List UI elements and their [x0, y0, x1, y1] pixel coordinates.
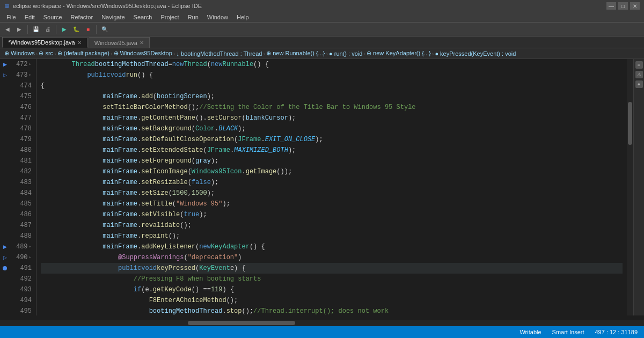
menu-file[interactable]: File [2, 13, 20, 21]
menu-window[interactable]: Window [203, 13, 232, 21]
right-panel-icon1[interactable]: ≡ [635, 61, 643, 69]
linenum-486: 486 [10, 209, 32, 220]
code-line-481: mainFrame . setForeground ( gray ); [41, 156, 623, 166]
code-line-487: mainFrame . revalidate (); [41, 220, 623, 231]
code-line-485: mainFrame . setTitle ( "Windows 95" ); [41, 199, 623, 209]
title-text: eclipse workspace - Windows/src/Windows9… [13, 3, 202, 9]
annot-472: ▶ [0, 59, 10, 70]
toolbar-back[interactable]: ◀ [2, 24, 13, 35]
annot-492 [0, 274, 10, 284]
maximize-button[interactable]: □ [618, 2, 628, 10]
menu-help[interactable]: Help [232, 13, 253, 21]
linenum-475: 475 [10, 91, 32, 102]
code-line-492: //Pressing F8 when booting starts [41, 274, 623, 284]
main-editor: ▶ ▷ ▶ ▷ 472▸ 473▸ 474 475 476 477 478 47… [0, 59, 644, 315]
toolbar-print[interactable]: 🖨 [42, 24, 53, 35]
menu-search[interactable]: Search [129, 13, 157, 21]
code-editor[interactable]: Thread bootingMethodThread = new Thread … [36, 59, 627, 315]
annot-494 [0, 295, 10, 306]
status-bar: Writable Smart Insert 497 : 12 : 31189 [0, 326, 644, 338]
toolbar-fwd[interactable]: ▶ [14, 24, 25, 35]
menu-project[interactable]: Project [156, 13, 183, 21]
toolbar-search[interactable]: 🔍 [99, 24, 110, 35]
bc-runnable[interactable]: ⊕ new Runnable() {...} [266, 50, 325, 57]
bc-keypressed[interactable]: ● keyPressed(KeyEvent) : void [435, 50, 516, 57]
code-line-484: mainFrame . setSize ( 1500 , 1500 ); [41, 188, 623, 199]
code-line-474: { [41, 80, 623, 91]
linenum-492: 492 [10, 274, 32, 284]
minimize-button[interactable]: — [606, 2, 616, 10]
toolbar-run[interactable]: ▶ [59, 24, 70, 35]
status-smart-insert: Smart Insert [552, 329, 584, 335]
tab-close[interactable]: ✕ [140, 40, 144, 46]
bc-pkg[interactable]: ⊕ (default package) [57, 50, 109, 57]
menu-bar: File Edit Source Refactor Navigate Searc… [0, 12, 644, 23]
code-line-478: mainFrame . setBackground ( Color . BLAC… [41, 123, 623, 134]
toolbar-save[interactable]: 💾 [31, 24, 41, 35]
toolbar-debug[interactable]: 🐛 [71, 24, 82, 35]
code-line-495: bootingMethodThread . stop (); //Thread.… [41, 306, 623, 315]
annot-487 [0, 220, 10, 231]
linenum-476: 476 [10, 102, 32, 113]
right-panel: ≡ ⚠ ● [633, 59, 644, 315]
bc-run[interactable]: ● run() : void [329, 50, 362, 57]
linenum-478: 478 [10, 123, 32, 134]
status-position: 497 : 12 : 31189 [595, 329, 638, 335]
annot-488 [0, 231, 10, 241]
line-number-gutter: 472▸ 473▸ 474 475 476 477 478 479 480 48… [10, 59, 36, 315]
tab-windows95[interactable]: Windows95.java ✕ [89, 37, 150, 48]
toolbar-stop[interactable]: ■ [83, 24, 93, 35]
linenum-479: 479 [10, 134, 32, 145]
linenum-484: 484 [10, 188, 32, 199]
menu-edit[interactable]: Edit [20, 13, 39, 21]
bc-src[interactable]: ⊕ src [39, 50, 53, 57]
horizontal-scrollbar[interactable] [0, 320, 644, 326]
menu-source[interactable]: Source [39, 13, 67, 21]
menu-navigate[interactable]: Navigate [97, 13, 129, 21]
status-writable: Writable [519, 329, 541, 335]
code-line-491: public void keyPressed ( KeyEvent e) { [41, 263, 623, 274]
annot-491 [0, 263, 10, 274]
annot-495 [0, 306, 10, 317]
linenum-472: 472▸ [10, 59, 32, 70]
linenum-489: 489▸ [10, 241, 32, 252]
bc-thread[interactable]: ↓ bootingMethodThread : Thread [176, 50, 262, 57]
code-line-475: mainFrame . add ( bootingScreen ); [41, 91, 623, 102]
linenum-482: 482 [10, 166, 32, 177]
toolbar-sep2 [56, 25, 56, 34]
right-panel-icon3[interactable]: ● [635, 80, 643, 88]
bc-class[interactable]: ⊕ Windows95Desktop [114, 50, 172, 57]
annot-479 [0, 134, 10, 145]
scroll-thumb-v[interactable] [628, 102, 632, 145]
annot-489: ▶ [0, 241, 10, 252]
code-line-488: mainFrame . repaint (); [41, 231, 623, 241]
title-bar-controls: — □ ✕ [606, 2, 640, 10]
annot-474 [0, 80, 10, 91]
annot-486 [0, 209, 10, 220]
vertical-scrollbar[interactable] [627, 59, 633, 315]
annot-493 [0, 284, 10, 295]
menu-refactor[interactable]: Refactor [67, 13, 98, 21]
code-line-479: mainFrame . setDefaultCloseOperation ( J… [41, 134, 623, 145]
right-panel-icon2[interactable]: ⚠ [635, 71, 643, 78]
code-line-473: public void run () { [41, 70, 623, 80]
tabs-bar: *Windows95Desktop.java ✕ Windows95.java … [0, 36, 644, 48]
code-line-477: mainFrame . getContentPane (). setCursor… [41, 113, 623, 123]
close-button[interactable]: ✕ [630, 2, 640, 10]
code-line-472: Thread bootingMethodThread = new Thread … [41, 59, 623, 70]
code-line-480: mainFrame . setExtendedState ( JFrame . … [41, 145, 623, 156]
scroll-thumb-h[interactable] [188, 321, 295, 325]
tab-label: Windows95.java [94, 40, 137, 46]
linenum-474: 474 [10, 80, 32, 91]
menu-run[interactable]: Run [184, 13, 203, 21]
annot-478 [0, 123, 10, 134]
tab-windows95desktop[interactable]: *Windows95Desktop.java ✕ [2, 37, 87, 48]
code-line-483: mainFrame . setResizable ( false ); [41, 177, 623, 188]
linenum-487: 487 [10, 220, 32, 231]
breadcrumb: ⊕ Windows › ⊕ src › ⊕ (default package) … [0, 48, 644, 59]
tab-close-active[interactable]: ✕ [77, 40, 82, 46]
annot-480 [0, 145, 10, 156]
toolbar: ◀ ▶ 💾 🖨 ▶ 🐛 ■ 🔍 [0, 23, 644, 36]
bc-windows[interactable]: ⊕ Windows [4, 50, 35, 57]
bc-keyadapter[interactable]: ⊕ new KeyAdapter() {...} [367, 50, 431, 57]
